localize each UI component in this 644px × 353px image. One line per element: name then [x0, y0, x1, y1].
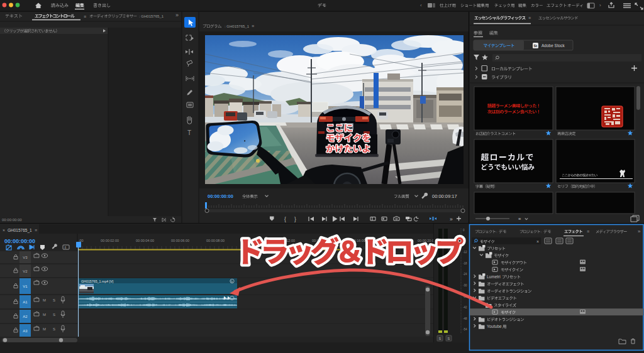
svg-text:00:00:00:00: 00:00:00:00 — [208, 193, 233, 199]
svg-text:GH015765_1.mp4 [V]: GH015765_1.mp4 [V] — [81, 280, 114, 283]
svg-text:T: T — [187, 129, 191, 136]
svg-text:A3: A3 — [23, 329, 28, 333]
svg-text:S: S — [439, 337, 441, 340]
svg-text:Lumetri: Lumetri — [487, 274, 501, 279]
svg-text:V3: V3 — [23, 256, 28, 259]
svg-text:00:00:04:00: 00:00:04:00 — [136, 239, 154, 242]
svg-text:-30: -30 — [463, 284, 467, 287]
svg-text:{: { — [284, 216, 286, 222]
svg-text:≡: ≡ — [35, 228, 37, 232]
svg-text:S: S — [53, 298, 55, 302]
svg-text:›: › — [599, 3, 601, 8]
svg-text:-24: -24 — [463, 273, 467, 276]
svg-text:00:00:00:00: 00:00:00:00 — [2, 218, 22, 222]
svg-text:}: } — [294, 216, 296, 222]
svg-text:00:00:09:17: 00:00:09:17 — [432, 193, 457, 199]
svg-text:-12: -12 — [463, 251, 467, 254]
svg-text:: GH015765_1: : GH015765_1 — [139, 14, 164, 18]
svg-text:00:00:00:00: 00:00:00:00 — [4, 238, 35, 244]
svg-text:8: 8 — [65, 246, 67, 249]
svg-text:A2: A2 — [23, 315, 28, 318]
svg-text:‹: ‹ — [420, 3, 422, 8]
svg-text:≡: ≡ — [84, 14, 86, 19]
svg-text:00:00:20:00: 00:00:20:00 — [418, 239, 436, 242]
svg-text:M: M — [43, 327, 46, 331]
svg-text:00:00:06:00: 00:00:06:00 — [171, 239, 189, 242]
svg-text:S: S — [53, 313, 55, 317]
svg-text:≡: ≡ — [587, 229, 589, 234]
svg-text:GH015765_1: GH015765_1 — [8, 228, 32, 233]
svg-text:V2: V2 — [23, 269, 28, 273]
svg-text:≡: ≡ — [518, 216, 521, 222]
svg-text:V1: V1 — [23, 285, 28, 288]
svg-text:»: » — [450, 216, 453, 222]
svg-text:A1: A1 — [23, 300, 28, 304]
svg-text:×: × — [536, 239, 539, 244]
svg-text:»: » — [175, 12, 179, 18]
svg-text:St: St — [534, 44, 538, 48]
svg-text:-42: -42 — [463, 306, 467, 309]
svg-text:00:00:08:00: 00:00:08:00 — [206, 239, 225, 242]
svg-text:: GH015765_1: : GH015765_1 — [225, 24, 250, 28]
svg-text:Adobe Stock: Adobe Stock — [541, 43, 565, 48]
svg-text:-54: -54 — [463, 328, 467, 331]
svg-text:M: M — [43, 298, 46, 302]
svg-text:S: S — [448, 337, 450, 340]
svg-text:»: » — [638, 229, 641, 234]
svg-text:Youtube: Youtube — [487, 324, 502, 329]
svg-text:S: S — [53, 327, 55, 331]
svg-text:00:00:02:00: 00:00:02:00 — [101, 239, 119, 242]
svg-text:-18: -18 — [463, 262, 467, 265]
svg-text:≡: ≡ — [252, 24, 254, 28]
svg-text:M: M — [43, 313, 46, 317]
svg-text:≡: ≡ — [528, 16, 531, 20]
svg-text:×: × — [3, 228, 5, 232]
svg-text:-48: -48 — [463, 317, 467, 320]
